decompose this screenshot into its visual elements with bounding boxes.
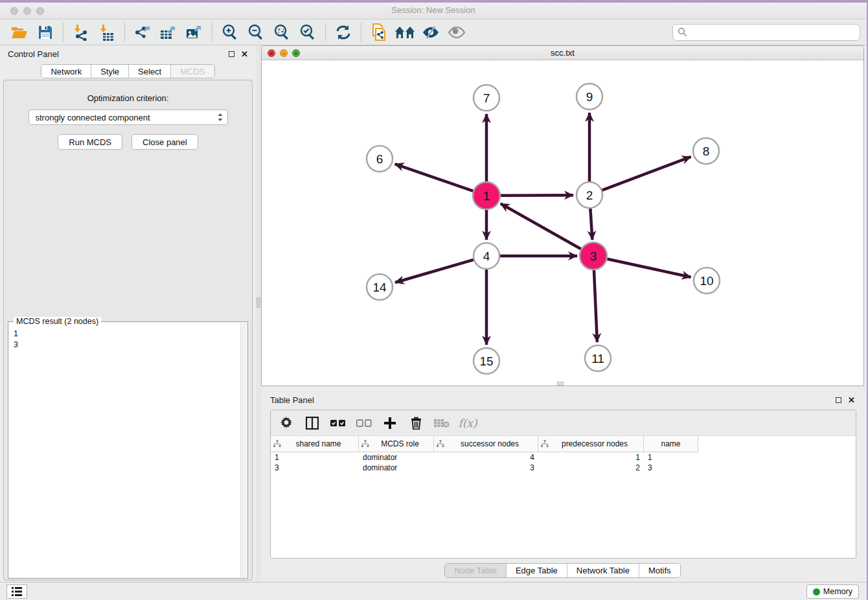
run-mcds-button[interactable]: Run MCDS [58, 134, 122, 150]
cell-predecessor-nodes[interactable]: 2 [538, 463, 644, 473]
tab-select[interactable]: Select [129, 65, 171, 78]
control-panel-tabs: NetworkStyleSelectMCDS [0, 64, 256, 80]
column-header-name[interactable]: name [644, 436, 698, 452]
mcds-result-text[interactable]: 13 [14, 329, 240, 577]
export-image-icon[interactable] [183, 23, 205, 42]
cell-shared-name[interactable]: 3 [271, 463, 359, 473]
open-session-icon[interactable] [8, 23, 30, 42]
function-builder-icon[interactable]: f(x) [460, 415, 475, 431]
graph-edge-3-1[interactable] [501, 203, 582, 249]
cell-MCDS-role[interactable]: dominator [359, 463, 434, 473]
zoom-in-icon[interactable] [219, 23, 241, 42]
table-panel-title: Table Panel [270, 395, 314, 405]
control-panel-title: Control Panel [8, 49, 59, 59]
duplicate-network-icon[interactable] [368, 23, 390, 42]
apply-layout-icon[interactable] [332, 23, 354, 42]
graph-edge-3-11[interactable] [594, 269, 597, 342]
graph-node-label-2: 2 [586, 189, 593, 202]
save-session-icon[interactable] [34, 23, 56, 42]
close-table-panel-icon[interactable]: ✕ [848, 396, 855, 404]
table-toolbar: f(x) [271, 410, 856, 436]
graph-edge-2-3[interactable] [590, 208, 592, 240]
import-table-icon[interactable] [96, 23, 118, 42]
column-browser-icon[interactable] [304, 415, 320, 431]
cell-name[interactable]: 3 [644, 463, 698, 473]
select-all-icon[interactable] [330, 415, 346, 431]
search-field[interactable] [672, 24, 860, 41]
zoom-selected-icon[interactable] [297, 23, 319, 42]
hide-eye-icon[interactable] [420, 23, 442, 42]
table-row[interactable]: 3dominator323 [271, 463, 856, 473]
search-input[interactable] [687, 28, 855, 37]
tab-network-table[interactable]: Network Table [567, 564, 639, 577]
result-line: 1 [14, 329, 240, 340]
control-panel-header: Control Panel ✕ [0, 45, 256, 62]
graph-node-label-1: 1 [483, 189, 490, 203]
mcds-result-title: MCDS result (2 nodes) [14, 317, 101, 326]
graph-node-label-8: 8 [703, 144, 710, 158]
panel-divider[interactable] [256, 45, 261, 582]
close-panel-icon[interactable]: ✕ [241, 50, 248, 58]
home-icon[interactable] [394, 23, 416, 42]
column-header-MCDS-role[interactable]: MCDS role [359, 436, 434, 452]
tab-network[interactable]: Network [41, 65, 91, 78]
criterion-select[interactable]: strongly connected component [29, 110, 228, 125]
deselect-all-icon[interactable] [356, 415, 372, 431]
tab-node-table[interactable]: Node Table [445, 564, 507, 577]
graph-edge-1-2[interactable] [499, 195, 573, 196]
close-panel-button[interactable]: Close panel [131, 134, 198, 150]
graph-edge-4-14[interactable] [395, 260, 474, 283]
graph-node-label-3: 3 [590, 249, 597, 263]
task-history-button[interactable] [6, 584, 27, 599]
export-network-icon[interactable] [131, 23, 154, 42]
float-table-panel-icon[interactable] [836, 397, 841, 403]
graph-edge-2-8[interactable] [602, 157, 691, 190]
memory-button[interactable]: Memory [806, 584, 859, 599]
optimization-criterion-label: Optimization criterion: [4, 93, 252, 103]
tab-motifs[interactable]: Motifs [639, 564, 680, 577]
main-toolbar [0, 19, 867, 45]
delete-column-icon[interactable] [408, 415, 424, 431]
select-stepper-icon [217, 113, 223, 122]
cell-name[interactable]: 1 [644, 452, 698, 463]
add-column-icon[interactable] [382, 415, 398, 431]
zoom-out-icon[interactable] [245, 23, 267, 42]
cell-predecessor-nodes[interactable]: 1 [538, 452, 644, 463]
eye-icon[interactable] [446, 23, 468, 42]
window-titlebar: Session: New Session [0, 3, 867, 19]
cell-shared-name[interactable]: 1 [271, 452, 359, 463]
gear-icon[interactable] [279, 415, 294, 431]
network-maximize-button[interactable]: + [292, 49, 300, 57]
table-row[interactable]: 1dominator411 [271, 452, 856, 463]
column-header-predecessor-nodes[interactable]: predecessor nodes [538, 436, 644, 452]
float-panel-icon[interactable] [229, 51, 234, 57]
cell-MCDS-role[interactable]: dominator [359, 452, 434, 463]
graph-node-label-14: 14 [372, 281, 387, 294]
tab-mcds[interactable]: MCDS [171, 65, 214, 78]
toolbar-separator [325, 23, 326, 41]
column-header-shared-name[interactable]: shared name [271, 436, 359, 452]
import-network-icon[interactable] [70, 23, 92, 42]
graph-node-label-11: 11 [591, 352, 604, 365]
mcds-tab-content: Optimization criterion: strongly connect… [3, 80, 253, 581]
network-canvas[interactable]: 7968124314101511 [262, 60, 863, 386]
zoom-fit-icon[interactable] [271, 23, 293, 42]
network-view-window: ✕ − + scc.txt 7968124314101511 [261, 45, 864, 386]
divider-grab-handle[interactable] [257, 297, 260, 308]
cell-successor-nodes[interactable]: 3 [434, 463, 538, 473]
network-split-handle[interactable] [557, 382, 564, 386]
search-icon [678, 27, 687, 37]
column-header-successor-nodes[interactable]: successor nodes [434, 436, 538, 452]
memory-label: Memory [823, 587, 852, 596]
tab-edge-table[interactable]: Edge Table [507, 564, 567, 577]
cell-successor-nodes[interactable]: 4 [434, 452, 538, 463]
network-close-button[interactable]: ✕ [268, 49, 275, 57]
delete-table-icon[interactable] [434, 415, 450, 431]
export-table-icon[interactable] [157, 23, 179, 42]
graph-edge-1-6[interactable] [395, 164, 474, 191]
list-icon [12, 587, 22, 596]
graph-edge-3-10[interactable] [606, 259, 691, 277]
tab-style[interactable]: Style [91, 65, 129, 78]
result-scrollbar[interactable] [240, 323, 247, 577]
network-minimize-button[interactable]: − [280, 49, 288, 57]
